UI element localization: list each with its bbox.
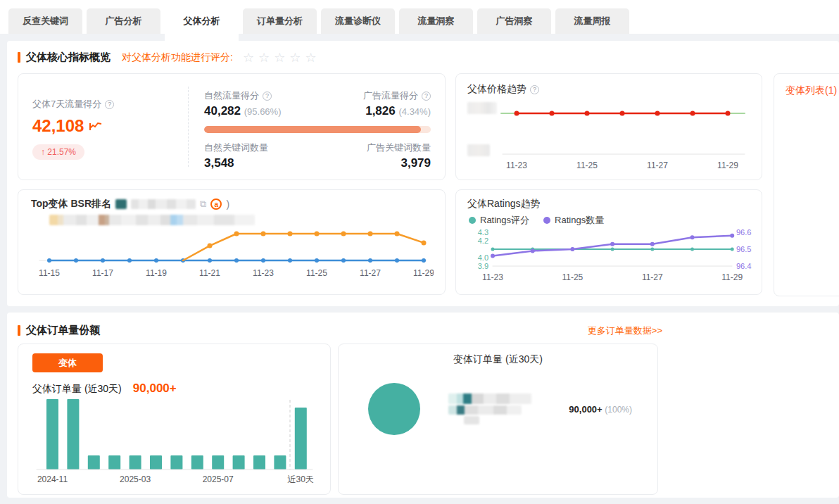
organic-score-value: 40,282 xyxy=(204,104,241,118)
svg-text:11-23: 11-23 xyxy=(506,160,527,170)
tab-ad-insight[interactable]: 广告洞察 xyxy=(477,8,551,34)
pie-legend-blur-line xyxy=(448,405,522,415)
svg-text:11-29: 11-29 xyxy=(413,268,434,278)
ad-score-pct: (4.34%) xyxy=(398,106,431,117)
star-icon[interactable]: ☆ xyxy=(289,51,301,64)
pie-value-number: 90,000+ xyxy=(569,404,602,415)
svg-text:11-15: 11-15 xyxy=(39,268,60,278)
price-trend-card: 父体价格趋势 ? 11-2311-2511-2711-29 xyxy=(455,73,762,180)
order-bars-chart: 2024-112025-032025-07近30天 xyxy=(32,396,317,487)
variant-list-card: 变体列表(1) xyxy=(774,73,839,296)
variant-pie-card: 变体订单量 (近30天) 90,000+ (100%) xyxy=(338,344,658,495)
svg-text:11-17: 11-17 xyxy=(92,268,113,278)
pie-value: 90,000+ (100%) xyxy=(569,404,632,415)
star-icon[interactable]: ☆ xyxy=(243,51,254,64)
svg-text:11-21: 11-21 xyxy=(199,268,220,278)
ratings-trend-chart: 4.34.24.03.996.6k96.5k96.4k11-2311-2511-… xyxy=(467,227,752,286)
svg-text:11-27: 11-27 xyxy=(642,272,663,282)
help-icon[interactable]: ? xyxy=(422,92,431,101)
bsr-title: Top变体 BSR排名 xyxy=(31,198,111,210)
svg-text:11-23: 11-23 xyxy=(253,268,274,278)
variant-list-link[interactable]: 变体列表(1) xyxy=(786,84,837,96)
pie-legend-blur-line xyxy=(464,416,479,424)
svg-text:11-27: 11-27 xyxy=(647,160,668,170)
tab-order-analysis[interactable]: 订单量分析 xyxy=(243,8,317,34)
pie-legend-blur xyxy=(448,393,531,424)
bsr-trend-chart: 11-1511-1711-1911-2111-2311-2511-2711-29 xyxy=(31,225,434,282)
organic-kw-value: 3,548 xyxy=(204,156,234,170)
ad-kw-label: 广告关键词数量 xyxy=(367,141,431,154)
tab-traffic-diagnosis[interactable]: 流量诊断仪 xyxy=(321,8,395,34)
asin-paren: ) xyxy=(226,199,229,210)
tab-bar: 反查关键词 广告分析 父体分析 订单量分析 流量诊断仪 流量洞察 广告洞察 流量… xyxy=(0,0,839,34)
pie-legend-blur-line xyxy=(448,393,531,404)
rating-stars: ☆ ☆ ☆ ☆ ☆ xyxy=(239,51,317,64)
star-icon[interactable]: ☆ xyxy=(274,51,285,64)
svg-text:2025-03: 2025-03 xyxy=(120,474,151,484)
svg-text:11-27: 11-27 xyxy=(360,268,381,278)
change-badge: ↑ 21.57% xyxy=(32,144,84,160)
traffic-score-card: 父体7天流量得分 ? 42,108 ↑ 21.57% xyxy=(18,73,446,180)
pie-value-pct: (100%) xyxy=(605,405,632,415)
traffic-score-label: 父体7天流量得分 xyxy=(32,98,101,111)
pie-title: 变体订单量 (近30天) xyxy=(350,353,646,366)
organic-ad-ratio-bar xyxy=(204,126,431,133)
more-orders-link[interactable]: 更多订单量数据>> xyxy=(588,325,662,337)
svg-text:96.5k: 96.5k xyxy=(736,245,752,253)
organic-kw-label: 自然关键词数量 xyxy=(204,141,268,154)
svg-text:11-19: 11-19 xyxy=(146,268,167,278)
orders-panel: 父体订单量份额 更多订单量数据>> 变体 父体订单量 (近30天) 90,000… xyxy=(7,313,839,498)
ad-kw-value: 3,979 xyxy=(400,156,431,170)
section-accent-bar xyxy=(18,52,20,63)
price-axis-blur-top xyxy=(467,102,497,114)
pie-chart xyxy=(368,383,420,435)
tab-traffic-insight[interactable]: 流量洞察 xyxy=(399,8,473,34)
ad-score-value: 1,826 xyxy=(365,104,396,118)
asin-blur-block xyxy=(115,199,127,209)
help-icon[interactable]: ? xyxy=(105,100,114,109)
svg-text:11-23: 11-23 xyxy=(482,272,503,282)
orders-section-title: 父体订单量份额 xyxy=(26,324,100,337)
asin-blur-strip xyxy=(131,199,196,209)
svg-text:近30天: 近30天 xyxy=(288,474,314,484)
traffic-score-value: 42,108 xyxy=(32,116,84,136)
svg-text:11-29: 11-29 xyxy=(717,160,738,170)
overview-section-title: 父体核心指标概览 xyxy=(26,51,111,64)
help-icon[interactable]: ? xyxy=(263,92,272,101)
category-blur-strip xyxy=(49,215,255,225)
price-trend-chart: 11-2311-2511-2711-29 xyxy=(497,91,750,175)
svg-text:4.3: 4.3 xyxy=(478,228,488,237)
tab-traffic-weekly[interactable]: 流量周报 xyxy=(555,8,629,34)
svg-text:4.0: 4.0 xyxy=(478,253,488,262)
tab-ad-analysis[interactable]: 广告分析 xyxy=(87,8,160,34)
legend-ratings-count[interactable]: Ratings数量 xyxy=(543,214,604,227)
svg-text:11-25: 11-25 xyxy=(576,160,598,170)
variant-button[interactable]: 变体 xyxy=(32,353,103,372)
section-accent-bar xyxy=(18,325,20,336)
star-icon[interactable]: ☆ xyxy=(305,51,316,64)
overview-panel: 父体核心指标概览 对父体分析功能进行评分: ☆ ☆ ☆ ☆ ☆ 父体7天流量得分… xyxy=(7,41,839,306)
copy-icon[interactable]: ⧉ xyxy=(200,199,206,210)
tab-parent-analysis[interactable]: 父体分析 xyxy=(165,8,239,34)
organic-score-pct: (95.66%) xyxy=(244,106,282,117)
svg-text:11-25: 11-25 xyxy=(562,272,583,282)
order-volume-card: 变体 父体订单量 (近30天) 90,000+ 2024-112025-0320… xyxy=(18,344,331,495)
amazon-icon[interactable]: a xyxy=(210,199,222,210)
svg-text:11-25: 11-25 xyxy=(306,268,327,278)
svg-text:4.2: 4.2 xyxy=(478,237,488,245)
orders-value: 90,000+ xyxy=(133,382,177,396)
trend-line-icon[interactable] xyxy=(89,121,102,131)
svg-text:2024-11: 2024-11 xyxy=(37,474,68,484)
legend-ratings-score[interactable]: Ratings评分 xyxy=(469,214,529,227)
star-icon[interactable]: ☆ xyxy=(258,51,270,64)
tab-reverse-keyword[interactable]: 反查关键词 xyxy=(8,8,82,34)
price-axis-blur-bottom xyxy=(467,144,490,156)
svg-text:3.9: 3.9 xyxy=(478,262,488,270)
ad-score-label: 广告流量得分 xyxy=(363,89,418,102)
teal-dot-icon xyxy=(469,217,476,224)
purple-dot-icon xyxy=(543,217,550,224)
svg-text:96.4k: 96.4k xyxy=(736,262,752,270)
legend-ratings-count-label: Ratings数量 xyxy=(555,214,604,227)
orders-label: 父体订单量 (近30天) xyxy=(32,383,122,396)
organic-score-label: 自然流量得分 xyxy=(204,89,259,102)
